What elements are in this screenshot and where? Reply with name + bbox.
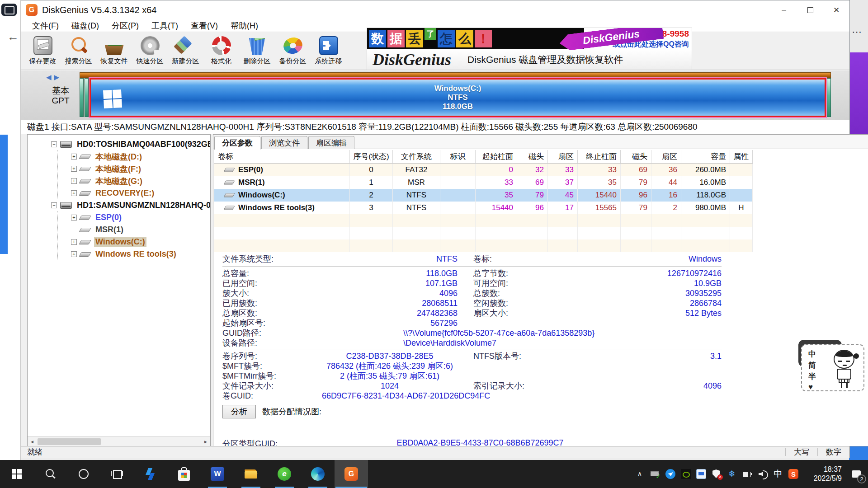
tree-item-1[interactable]: +本地磁盘(D:)	[28, 150, 210, 163]
edge-icon	[311, 467, 325, 481]
expand-icon[interactable]: +	[71, 154, 77, 160]
tray-defender-button[interactable]	[709, 460, 724, 488]
tab-0[interactable]: 分区参数	[214, 136, 260, 150]
tree-item-0[interactable]: −HD0:TOSHIBAMQ04ABF100(932GB)	[28, 138, 210, 150]
partition-c-selected[interactable]: Windows(C:) NTFS 118.0GB	[90, 78, 826, 117]
tree-item-3[interactable]: +本地磁盘(G:)	[28, 175, 210, 187]
analyze-button[interactable]: 分析	[222, 405, 256, 418]
scroll-right-icon[interactable]: ►	[201, 439, 210, 444]
detail-row: 文件记录大小:1024索引记录大小:4096	[222, 380, 722, 390]
toolbar-button-format[interactable]: 格式化	[203, 32, 239, 70]
partition-re-sliver[interactable]	[827, 78, 831, 117]
column-header-8[interactable]: 磁头	[621, 150, 651, 163]
tray-ime-zh-button[interactable]: 中	[770, 460, 786, 488]
column-header-3[interactable]: 标识	[440, 150, 476, 163]
expand-icon[interactable]: +	[71, 178, 77, 184]
toolbar-button-delete[interactable]: 删除分区	[239, 32, 275, 70]
toolbar-button-save[interactable]: 保存更改	[25, 32, 61, 70]
expand-icon[interactable]: +	[71, 239, 77, 245]
tree-item-2[interactable]: +本地磁盘(F:)	[28, 163, 210, 175]
ime-status-widget[interactable]: 中简半♥	[798, 340, 866, 392]
toolbar-button-recover[interactable]: 恢复文件	[96, 32, 132, 70]
column-header-0[interactable]: 卷标	[214, 150, 350, 163]
tray-intel-button[interactable]	[693, 460, 709, 488]
column-header-4[interactable]: 起始柱面	[476, 150, 517, 163]
table-row-Windows RE tools(3)[interactable]: Windows RE tools(3)3NTFS1544096171556579…	[214, 202, 753, 214]
scrollbar-thumb[interactable]	[38, 438, 101, 445]
column-header-7[interactable]: 终止柱面	[578, 150, 621, 163]
toolbar-button-backup[interactable]: 备份分区	[275, 32, 311, 70]
toolbar-button-quick[interactable]: 快速分区	[132, 32, 168, 70]
column-header-9[interactable]: 扇区	[651, 150, 681, 163]
tray-volume-button[interactable]	[755, 460, 770, 488]
diskgenius-window: G DiskGenius V5.4.3.1342 x64 – ✕ 文件(F)磁盘…	[21, 0, 850, 458]
table-row-Windows(C:)[interactable]: Windows(C:)2NTFS357945154409616118.0GB	[214, 189, 753, 202]
partition-msr-sliver[interactable]	[85, 78, 89, 117]
tray-nvidia-button[interactable]	[678, 460, 693, 488]
close-button[interactable]: ✕	[823, 0, 849, 19]
toolbar-button-newpart[interactable]: 新建分区	[168, 32, 203, 70]
expand-icon[interactable]: +	[71, 166, 77, 172]
taskbar-edge-button[interactable]	[301, 460, 335, 488]
taskbar-diskgenius-button[interactable]: G	[335, 460, 368, 488]
scroll-left-icon[interactable]: ◄	[28, 439, 37, 444]
taskbar-word-button[interactable]: W	[201, 460, 234, 488]
partition-esp-sliver[interactable]	[80, 78, 84, 117]
menu-item-2[interactable]: 分区(P)	[105, 20, 145, 31]
menu-item-0[interactable]: 文件(F)	[26, 20, 65, 31]
tree-item-5[interactable]: −HD1:SAMSUNGMZNLN128HAHQ-000	[28, 199, 210, 211]
expand-icon[interactable]: +	[71, 215, 77, 221]
column-header-5[interactable]: 磁头	[517, 150, 548, 163]
toolbar-button-migrate[interactable]: 系统迁移	[311, 32, 346, 70]
notification-center-button[interactable]: 2	[844, 460, 868, 488]
column-header-10[interactable]: 容量	[681, 150, 730, 163]
taskbar-start-button[interactable]	[0, 460, 33, 488]
tray-printer-button[interactable]	[647, 460, 663, 488]
collapse-icon[interactable]: −	[51, 202, 57, 208]
menu-item-5[interactable]: 帮助(H)	[224, 20, 264, 31]
column-header-1[interactable]: 序号(状态)	[350, 150, 393, 163]
expand-icon[interactable]: +	[71, 190, 77, 196]
menu-item-1[interactable]: 磁盘(D)	[65, 20, 105, 31]
tray-messenger-button[interactable]	[663, 460, 678, 488]
tree-item-8[interactable]: +Windows(C:)	[28, 236, 210, 248]
partition-bar: Windows(C:) NTFS 118.0GB	[80, 78, 831, 117]
taskbar-cortana-button[interactable]	[67, 460, 100, 488]
tray-snowflake-button[interactable]: ❄	[724, 460, 740, 488]
menu-item-3[interactable]: 工具(T)	[145, 20, 184, 31]
collapse-icon[interactable]: −	[51, 141, 57, 147]
toolbar-button-search[interactable]: 搜索分区	[61, 32, 96, 70]
tray-battery-button[interactable]	[740, 460, 755, 488]
taskbar-flash-button[interactable]	[134, 460, 167, 488]
tray-sogou-button[interactable]: S	[786, 460, 801, 488]
column-header-11[interactable]: 属性	[730, 150, 753, 163]
tab-2[interactable]: 扇区编辑	[308, 136, 354, 149]
disk-nav-arrows[interactable]: ◀▶	[46, 73, 62, 81]
tree-item-7[interactable]: MSR(1)	[28, 224, 210, 236]
taskbar-browser-360-button[interactable]: e	[268, 460, 301, 488]
table-row-MSR(1)[interactable]: MSR(1)1MSR33693735794416.0MB	[214, 176, 753, 189]
tray-chevron-up-button[interactable]: ∧	[632, 460, 647, 488]
detail-value: 10.9GB	[564, 279, 722, 288]
tree-item-9[interactable]: +Windows RE tools(3)	[28, 248, 210, 260]
table-row-ESP(0)[interactable]: ESP(0)0FAT3203233336936260.0MB	[214, 164, 753, 176]
ad-tile-char: ！	[475, 30, 492, 47]
column-header-6[interactable]: 扇区	[548, 150, 578, 163]
minimize-button[interactable]: –	[771, 0, 797, 19]
taskbar-clock[interactable]: 18:37 2022/5/9	[801, 460, 844, 488]
taskbar-store-button[interactable]	[167, 460, 201, 488]
tree-item-6[interactable]: +ESP(0)	[28, 211, 210, 224]
menu-item-4[interactable]: 查看(V)	[184, 20, 224, 31]
empty-cell	[393, 239, 440, 252]
tree-item-4[interactable]: +RECOVERY(E:)	[28, 187, 210, 199]
column-header-2[interactable]: 文件系统	[393, 150, 440, 163]
taskbar-explorer-button[interactable]	[234, 460, 268, 488]
maximize-button[interactable]	[797, 0, 823, 19]
taskbar-task-view-button[interactable]	[100, 460, 134, 488]
expand-icon[interactable]: +	[71, 251, 77, 257]
ad-banner[interactable]: 数据丢了怎么！ 致电: 400-008-9958 或点击此处选择QQ咨询 Dis…	[367, 28, 692, 70]
tab-1[interactable]: 浏览文件	[261, 136, 307, 149]
tree-horizontal-scrollbar[interactable]: ◄ ►	[28, 436, 210, 446]
search-icon	[69, 36, 88, 55]
taskbar-search-button[interactable]	[33, 460, 67, 488]
